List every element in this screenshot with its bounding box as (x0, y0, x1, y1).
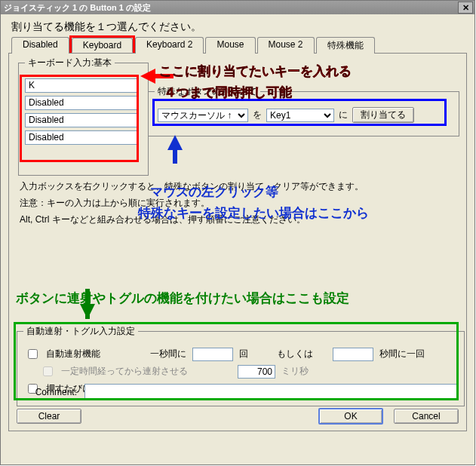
per-sec-label-a: 一秒間に (150, 348, 186, 360)
tab-special[interactable]: 特殊機能 (316, 37, 375, 54)
label-wo: を (253, 109, 262, 121)
clear-button[interactable]: Clear (17, 409, 81, 424)
ok-button[interactable]: OK (318, 408, 383, 425)
key-input-3[interactable]: Disabled (25, 113, 138, 127)
anno-green: ボタンに連射やトグルの機能を付けたい場合はここも設定 (16, 290, 349, 307)
tab-disabled[interactable]: Disabled (11, 37, 69, 54)
keyboard-basic-group: キーボード入力:基本 K Disabled Disabled Disabled (18, 57, 149, 176)
window-title: ジョイスティック 1 の Button 1 の設定 (4, 2, 458, 14)
arrow-blue (167, 135, 183, 150)
tab-keyboard[interactable]: Keyboard (72, 38, 133, 53)
key-input-1[interactable]: K (25, 78, 138, 93)
repeat-row-1: 自動連射機能 一秒間に 回 もしくは 秒間に一回 (25, 347, 456, 361)
comment-input[interactable] (84, 384, 459, 400)
anno-blue-line2: 特殊なキーを設定したい場合はここから (138, 204, 369, 222)
per-sec-label-c: 秒間に一回 (379, 348, 425, 360)
special-assign-row: マウスカーソル ↑ を Key1 に 割り当てる (155, 104, 453, 126)
repeat-legend: 自動連射・トグル入力設定 (23, 325, 138, 338)
dialog-window: ジョイスティック 1 の Button 1 の設定 ✕ 割り当てる機能を１つ選ん… (0, 0, 475, 465)
per-sec-label-b: 回 (239, 348, 248, 360)
per-sec-count-input[interactable] (192, 348, 233, 361)
arrow-red (140, 69, 155, 84)
anno-red-line2: ４つまで同時押し可能 (164, 84, 292, 101)
tab-mouse2[interactable]: Mouse 2 (257, 37, 315, 54)
special-select-key[interactable]: Key1 (266, 109, 334, 122)
label-ni: に (339, 109, 348, 121)
tab-mouse[interactable]: Mouse (205, 37, 255, 54)
delay-checkbox[interactable] (43, 366, 53, 376)
or-label: もしくは (277, 348, 313, 360)
client-area: 割り当てる機能を１つ選んでください。 Disabled Keyboard Key… (1, 14, 474, 464)
close-icon[interactable]: ✕ (458, 2, 473, 14)
anno-blue-line1: マウスの左クリック等 (150, 183, 278, 201)
comment-row: Comment: (17, 384, 459, 400)
assign-button[interactable]: 割り当てる (352, 107, 414, 123)
delay-value-input[interactable] (238, 365, 275, 379)
key-input-4[interactable]: Disabled (25, 130, 138, 145)
highlight-tab-keyboard: Keyboard (69, 35, 135, 55)
special-select-action[interactable]: マウスカーソル ↑ (158, 109, 248, 122)
tab-strip: Disabled Keyboard Keyboard 2 Mouse Mouse… (8, 37, 467, 54)
cancel-button[interactable]: Cancel (394, 409, 459, 424)
anno-red-line1: ここに割り当てたいキーを入れる (159, 63, 352, 80)
repeat-row-2: 一定時間経ってから連射させる ミリ秒 (40, 364, 456, 379)
tab-page: キーボード入力:基本 K Disabled Disabled Disabled … (8, 53, 467, 431)
key-input-2[interactable]: Disabled (25, 96, 138, 110)
instruction-text: 割り当てる機能を１つ選んでください。 (11, 20, 467, 34)
per-sec-interval-input[interactable] (333, 348, 373, 361)
comment-label: Comment: (17, 387, 77, 397)
tab-keyboard2[interactable]: Keyboard 2 (135, 37, 204, 54)
bottom-bar: Comment: Clear OK Cancel (17, 384, 459, 425)
auto-repeat-checkbox[interactable] (28, 349, 38, 359)
delay-label: 一定時間経ってから連射させる (61, 365, 188, 378)
titlebar: ジョイスティック 1 の Button 1 の設定 ✕ (1, 1, 474, 14)
keyboard-basic-legend: キーボード入力:基本 (25, 57, 115, 69)
auto-repeat-label: 自動連射機能 (46, 348, 100, 360)
delay-unit: ミリ秒 (281, 365, 309, 378)
button-row: Clear OK Cancel (17, 408, 459, 425)
